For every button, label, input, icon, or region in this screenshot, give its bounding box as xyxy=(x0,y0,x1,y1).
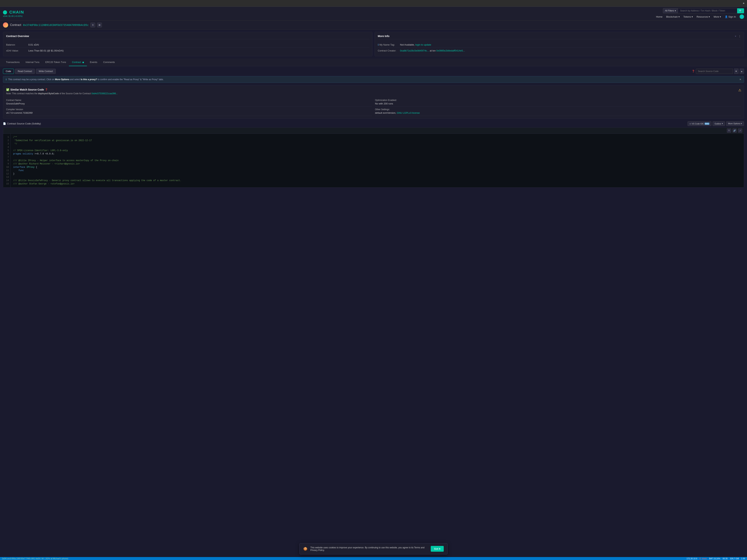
gnu-license-link[interactable]: GNU LGPLv3 license xyxy=(397,111,420,114)
contract-overview-panel: Contract Overview Balance: 0.01 xDAI xDA… xyxy=(3,32,372,56)
proxy-text-before: This contract may be a proxy contract. C… xyxy=(8,78,54,81)
search-button[interactable]: 🔍 xyxy=(737,8,744,14)
search-down-button[interactable]: ▾ xyxy=(734,69,739,74)
copy-code-button[interactable]: ⎘ xyxy=(727,128,731,133)
more-options-icon[interactable]: ⋮ xyxy=(739,35,741,37)
code-content: 123456789101112131415 /** *Submitted for… xyxy=(3,134,744,187)
tab-comments-label: Comments xyxy=(103,61,115,63)
source-code-section: 📄 Contract Source Code (Solidity) ⎆ VS C… xyxy=(3,121,744,188)
xdai-label: xDAI Value: xyxy=(6,49,28,52)
balance-label: Balance: xyxy=(6,43,28,46)
optimization-section: Optimization Enabled: No with 200 runs O… xyxy=(375,98,741,116)
nav-home[interactable]: Home xyxy=(656,16,663,18)
balance-row: Balance: 0.01 xDAI xyxy=(6,42,369,48)
source-code-title: 📄 Contract Source Code (Solidity) xyxy=(3,122,41,125)
expand-code-button[interactable]: ⤢ xyxy=(738,128,742,133)
contract-ref-link[interactable]: 0xb4c575308221caa398... xyxy=(92,92,118,95)
grid-button[interactable]: ⊞ xyxy=(97,23,102,27)
similar-match-header: ✅ Similar Match Source Code ❓ xyxy=(6,88,741,91)
balance-value: 0.01 xDAI xyxy=(28,43,39,46)
compiler-label: Compiler Version xyxy=(6,108,372,111)
blockchain-label: Blockchain xyxy=(666,16,678,18)
code-line-2: *Submitted for verification at gnosissca… xyxy=(13,139,741,142)
sign-in-label: Sign In xyxy=(728,16,736,18)
line-numbers: 123456789101112131415 xyxy=(3,134,10,187)
tab-contract[interactable]: Contract xyxy=(69,58,87,66)
heart-icon[interactable]: ♥ xyxy=(735,35,736,37)
tab-events[interactable]: Events xyxy=(87,58,100,66)
search-up-button[interactable]: ▴ xyxy=(740,69,744,74)
similar-match-note: Note: This contract matches the deployed… xyxy=(6,92,741,95)
got-it-button[interactable]: Got It xyxy=(431,546,444,552)
read-contract-button[interactable]: Read Contract xyxy=(15,69,35,74)
write-contract-button[interactable]: Write Contract xyxy=(36,69,56,74)
link-code-button[interactable]: 🔗 xyxy=(732,128,737,133)
code-line-5: // SPDX-License-Identifier: LGPL-3.0-onl… xyxy=(13,149,741,152)
contract-address: 0x374dF8bc1120B91dCD0FDd373540470999b4cD… xyxy=(23,24,88,26)
similar-help-icon[interactable]: ❓ xyxy=(45,88,48,91)
tab-transactions-label: Transactions xyxy=(6,61,20,63)
similar-match-panel: ✅ Similar Match Source Code ❓ ⚠ Note: Th… xyxy=(3,85,744,119)
status-bar: 2a04:cec0:f06a:180f:93e7:7f48:c991:4a59 … xyxy=(0,557,747,560)
contract-name-label: Contract Name: xyxy=(6,99,372,102)
resources-label: Resources xyxy=(697,16,708,18)
tab-erc20[interactable]: ERC20 Token Txns xyxy=(43,58,69,66)
tab-internal-txns-label: Internal Txns xyxy=(26,61,40,63)
creator-row: Contract Creator: 0xa8b71e26c5e0845f74c.… xyxy=(378,48,741,54)
proxy-text-after: to confirm and enable the "Read as Proxy… xyxy=(98,78,163,81)
tab-transactions[interactable]: Transactions xyxy=(3,58,23,66)
code-line-14: /// @title GnosisSafeProxy - Generic pro… xyxy=(13,179,741,182)
avatar[interactable]: 🌐 xyxy=(740,15,744,19)
code-buttons: Code Read Contract Write Contract xyxy=(3,69,56,74)
login-link[interactable]: login to update xyxy=(415,43,431,46)
status-right: 172.20.10.6 E: down BAT 19,16% 00:35 328… xyxy=(687,557,745,560)
name-tag-row: ℹ My Name Tag: Not Available, login to u… xyxy=(378,42,741,48)
evm-version-text: default evmVersion, xyxy=(375,111,396,114)
overview-title: Contract Overview xyxy=(6,35,369,39)
nav-blockchain[interactable]: Blockchain ▾ xyxy=(666,16,680,18)
code-line-10: interface IProxy { xyxy=(13,165,741,169)
creator-txn[interactable]: 0x0985e2b8edaff5414e5... xyxy=(436,49,465,52)
status-number: 1.00 xyxy=(741,557,745,560)
nav-tokens[interactable]: Tokens ▾ xyxy=(684,16,693,18)
more-label: More xyxy=(714,16,719,18)
code-line-12: } xyxy=(13,172,741,176)
outline-button[interactable]: Outline ▾ xyxy=(713,121,725,126)
status-warning: W: ( 82% at Michael's phone) xyxy=(42,557,68,560)
close-notice-button[interactable]: ✕ xyxy=(740,78,741,81)
logo-icon xyxy=(3,10,7,15)
compiler-row: Compiler Version v0.7.6+commit.7338295f xyxy=(6,107,372,116)
note-middle: of the Source Code for Contract xyxy=(59,92,91,95)
help-icon[interactable]: ❓ xyxy=(692,70,695,73)
tab-internal-txns[interactable]: Internal Txns xyxy=(23,58,43,66)
contract-icon xyxy=(3,22,8,28)
creator-address[interactable]: 0xa8b71e26c5e0845f74c... xyxy=(400,49,429,52)
nav-links: Home Blockchain ▾ Tokens ▾ Resources ▾ M… xyxy=(656,15,744,19)
vs-code-button[interactable]: ⎆ VS Code IDE Beta xyxy=(688,121,712,126)
nav-more[interactable]: More ▾ xyxy=(714,16,721,18)
code-button[interactable]: Code xyxy=(3,69,14,74)
logo-text: CHAIN xyxy=(9,10,24,15)
contract-details-grid: Contract Name: GnosisSafeProxy Compiler … xyxy=(6,98,741,116)
tab-comments[interactable]: Comments xyxy=(100,58,118,66)
bytecode-text: deployed ByteCode xyxy=(38,92,59,95)
xdai-row: xDAI Value: Less Than $0.01 (@ $1.00/xDA… xyxy=(6,48,369,54)
more-options-label: More Options xyxy=(728,123,740,125)
source-search-input[interactable] xyxy=(696,69,733,74)
nav-resources[interactable]: Resources ▾ xyxy=(697,16,710,18)
tab-contract-label: Contract xyxy=(72,61,81,63)
search-input[interactable] xyxy=(678,8,737,14)
warning-icon: ⚠ xyxy=(738,88,741,92)
name-tag-value: Not Available, xyxy=(400,43,415,46)
copy-button[interactable]: ⎘ xyxy=(91,23,95,27)
sign-in-button[interactable]: 👤 Sign In xyxy=(725,16,736,18)
status-error: E: down xyxy=(700,557,707,560)
help-icon: ℹ xyxy=(378,43,380,46)
cookie-icon: 🍪 xyxy=(303,547,307,551)
more-options-button[interactable]: More Options ▾ xyxy=(726,121,744,126)
filter-button[interactable]: All Filters ▾ xyxy=(663,8,678,14)
more-info-title: More Info xyxy=(378,35,389,37)
code-line-7 xyxy=(13,156,741,159)
code-line-1: /** xyxy=(13,136,741,139)
code-line-11: func xyxy=(13,169,741,172)
